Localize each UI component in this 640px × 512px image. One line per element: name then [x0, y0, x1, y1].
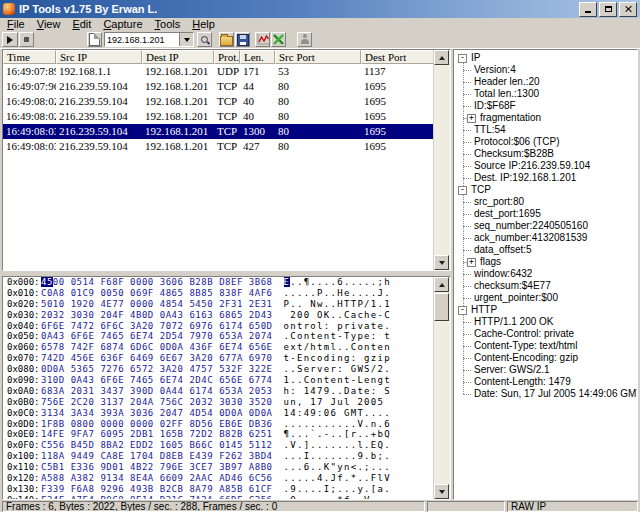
address-dropdown-button[interactable]	[179, 33, 193, 46]
menu-edit[interactable]: Edit	[66, 18, 97, 31]
menu-view[interactable]: View	[31, 18, 67, 31]
tree-node-tcp[interactable]: -TCP	[454, 184, 637, 196]
packet-row[interactable]: 16:49:07:895192.168.1.1192.168.1.201UDP1…	[3, 64, 436, 79]
tree-item[interactable]: data_offset:5	[454, 244, 637, 256]
new-capture-button[interactable]	[87, 32, 102, 47]
tree-collapse-icon[interactable]: -	[458, 54, 467, 63]
packet-row[interactable]: 16:49:07:965216.239.59.104192.168.1.201T…	[3, 79, 436, 94]
connections-button[interactable]	[271, 32, 286, 47]
tree-item[interactable]: Date: Sun, 17 Jul 2005 14:49:06 GMT	[454, 388, 637, 400]
packet-row[interactable]: 16:49:08:025216.239.59.104192.168.1.201T…	[3, 94, 436, 109]
hex-row[interactable]: 0x140:F34FA7E4B0C88E14D31C7A2A66DFC256.O…	[3, 495, 434, 499]
scroll-down-button[interactable]	[434, 484, 449, 499]
menu-capture[interactable]: Capture	[97, 18, 148, 31]
tree-expand-icon[interactable]: +	[467, 114, 476, 123]
tree-collapse-icon[interactable]: -	[458, 186, 467, 195]
tree-item[interactable]: Content-Encoding: gzip	[454, 352, 637, 364]
tree-item[interactable]: Header len.:20	[454, 76, 637, 88]
scroll-up-button[interactable]	[434, 50, 449, 65]
column-header-src-port[interactable]: Src Port	[275, 50, 361, 64]
tree-expand-icon[interactable]: +	[467, 258, 476, 267]
menu-help[interactable]: Help	[186, 18, 221, 31]
packet-row[interactable]: 16:49:08:025216.239.59.104192.168.1.201T…	[3, 109, 436, 124]
tree-item[interactable]: Source IP:216.239.59.104	[454, 160, 637, 172]
hex-scrollbar[interactable]	[433, 277, 450, 499]
hex-row[interactable]: 0x020:501019204E770000485454502F312E31P.…	[3, 299, 434, 310]
column-header-prot-[interactable]: Prot.	[214, 50, 240, 64]
tree-item[interactable]: Cache-Control: private	[454, 328, 637, 340]
hex-row[interactable]: 0x110:C5B1E3369D014B22796E3CE73B97A8B0..…	[3, 462, 434, 473]
graph-button[interactable]	[255, 32, 270, 47]
tree-item[interactable]: HTTP/1.1 200 OK	[454, 316, 637, 328]
address-input[interactable]	[105, 33, 179, 46]
scrollbar-thumb[interactable]	[434, 293, 449, 321]
hex-row[interactable]: 0x010:C0A801C90050069F48658B85838F4AF6..…	[3, 288, 434, 299]
column-header-time[interactable]: Time	[3, 50, 56, 64]
hex-row[interactable]: 0x0D0:1F8B08000000000002FF8D56EB6EDB36..…	[3, 419, 434, 430]
tree-item[interactable]: TTL:54	[454, 124, 637, 136]
tree-item[interactable]: dest_port:1695	[454, 208, 637, 220]
column-header-src-ip[interactable]: Src IP	[56, 50, 142, 64]
tree-collapse-icon[interactable]: -	[458, 306, 467, 315]
play-button[interactable]	[2, 32, 18, 47]
hex-row[interactable]: 0x030:20323030204F4B0D0A43616368652D43 2…	[3, 310, 434, 321]
minimize-button[interactable]	[579, 2, 597, 17]
open-file-button[interactable]	[219, 32, 234, 47]
tree-item[interactable]: Content-Length: 1479	[454, 376, 637, 388]
app-icon	[3, 3, 15, 15]
hex-row[interactable]: 0x0E0:14FE9FA760952DB1165B72D2B82B6251¶.…	[3, 429, 434, 440]
tree-item[interactable]: Total len.:1300	[454, 88, 637, 100]
close-button[interactable]	[619, 2, 637, 17]
tree-item[interactable]: Protocol:$06 (TCP)	[454, 136, 637, 148]
tree-item[interactable]: urgent_pointer:$00	[454, 292, 637, 304]
scroll-up-button[interactable]	[434, 277, 449, 292]
scroll-down-button[interactable]	[434, 255, 449, 270]
tree-item[interactable]: window:6432	[454, 268, 637, 280]
green-cross-icon	[273, 34, 284, 45]
hex-row[interactable]: 0x0A0:683A20313437390D0A446174653A2053h:…	[3, 386, 434, 397]
toolbar	[0, 31, 640, 49]
search-button[interactable]	[197, 32, 212, 47]
hex-row[interactable]: 0x090:310D0A436F6E74656E742D4C656E67741.…	[3, 375, 434, 386]
tree-item[interactable]: checksum:$4E77	[454, 280, 637, 292]
tree-item[interactable]: Dest. IP:192.168.1.201	[454, 172, 637, 184]
tree-item[interactable]: seq_number:2240505160	[454, 220, 637, 232]
stop-button[interactable]	[19, 32, 34, 47]
hex-row[interactable]: 0x070:742D456E636F64696E673A20677A6970t-…	[3, 353, 434, 364]
tree-item[interactable]: src_port:80	[454, 196, 637, 208]
hex-row[interactable]: 0x120:A588A38291348E4A66092AACAD466C56..…	[3, 473, 434, 484]
tree-item[interactable]: Server: GWS/2.1	[454, 364, 637, 376]
column-header-dest-ip[interactable]: Dest IP	[142, 50, 214, 64]
hex-offset: 0x060:	[7, 342, 41, 353]
hex-row[interactable]: 0x000:45000514F68F00003606B28BD8EF3B68E.…	[3, 277, 434, 288]
hex-row[interactable]: 0x050:0A436F6E74656E742D547970653A2074.C…	[3, 331, 434, 342]
tree-item[interactable]: +flags	[454, 256, 637, 268]
hex-row[interactable]: 0x0C0:31343A34393A303620474D540D0A0D0A14…	[3, 408, 434, 419]
hex-offset: 0x050:	[7, 331, 41, 342]
hex-row[interactable]: 0x130:F339F6A89296493BB2CB8A79A85B61CF.9…	[3, 484, 434, 495]
menu-file[interactable]: File	[1, 18, 31, 31]
packet-row[interactable]: 16:49:08:035216.239.59.104192.168.1.201T…	[3, 139, 436, 154]
hex-row[interactable]: 0x060:6578742F68746D6C0D0A436F6E74656Eex…	[3, 342, 434, 353]
tree-item[interactable]: ID:$F68F	[454, 100, 637, 112]
tree-item[interactable]: ack_number:4132081539	[454, 232, 637, 244]
hex-row[interactable]: 0x040:6F6E74726F6C3A20707269766174650Don…	[3, 321, 434, 332]
packet-row[interactable]: 16:49:08:035216.239.59.104192.168.1.201T…	[3, 124, 436, 139]
tree-item[interactable]: +fragmentation	[454, 112, 637, 124]
tree-node-ip[interactable]: -IP	[454, 52, 637, 64]
restore-button[interactable]	[599, 2, 617, 17]
hex-row[interactable]: 0x0B0:756E2C203137204A756C203230303520un…	[3, 397, 434, 408]
packet-list-scrollbar[interactable]	[433, 50, 450, 270]
tree-item[interactable]: Checksum:$B28B	[454, 148, 637, 160]
tree-item[interactable]: Version:4	[454, 64, 637, 76]
hex-row[interactable]: 0x100:118A9449CA8E1704D8EBE439F2623BD4..…	[3, 451, 434, 462]
hex-row[interactable]: 0x0F0:C556B45D8BA2EDD21605B66C01455112.V…	[3, 440, 434, 451]
tree-item[interactable]: Content-Type: text/html	[454, 340, 637, 352]
save-button[interactable]	[235, 32, 250, 47]
column-header-len-[interactable]: Len.	[240, 50, 275, 64]
column-header-dest-port[interactable]: Dest Port	[361, 50, 436, 64]
hex-ascii: .....4.Jf.*..FlV	[284, 473, 392, 483]
tree-node-http[interactable]: -HTTP	[454, 304, 637, 316]
hex-row[interactable]: 0x080:0D0A5365727665723A204757532F322E..…	[3, 364, 434, 375]
menu-tools[interactable]: Tools	[149, 18, 187, 31]
